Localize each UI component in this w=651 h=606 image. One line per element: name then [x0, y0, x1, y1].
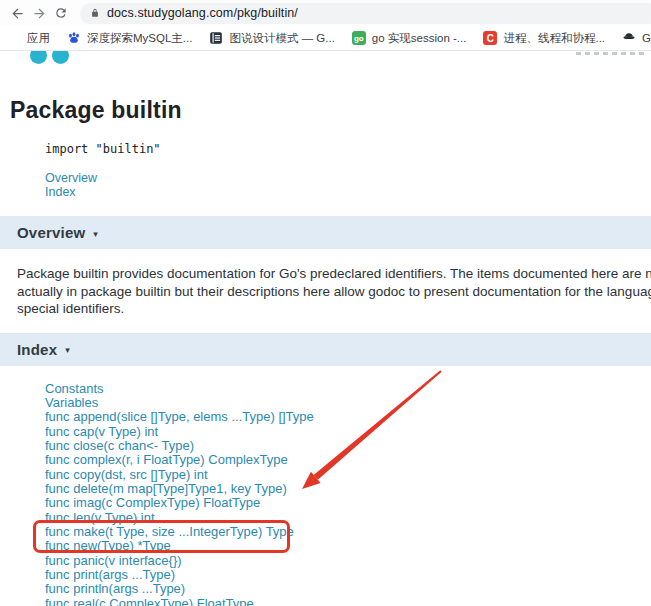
index-link-make[interactable]: func make(t Type, size ...IntegerType) T…: [45, 525, 651, 539]
forward-button[interactable]: [28, 2, 50, 24]
paragraph-line: Package builtin provides documentation f…: [17, 265, 651, 283]
bookmark-label: Go/Golang 框架: [642, 31, 651, 46]
bookmark-csdn[interactable]: C 进程、线程和协程...: [483, 31, 605, 46]
bookmark-label: 深度探索MySQL主...: [87, 31, 192, 46]
index-link-real[interactable]: func real(c ComplexType) FloatType: [45, 597, 651, 606]
clipped-header-text-fragment: [576, 52, 648, 55]
chevron-down-icon: ▾: [65, 345, 70, 355]
baidu-paw-icon: [67, 31, 81, 45]
address-bar[interactable]: docs.studygolang.com/pkg/builtin/: [80, 3, 651, 24]
index-link-variables[interactable]: Variables: [45, 396, 651, 410]
forward-arrow-icon: [32, 6, 47, 21]
index-link-imag[interactable]: func imag(c ComplexType) FloatType: [45, 496, 651, 510]
bookmark-label: 进程、线程和协程...: [503, 31, 605, 46]
index-link-panic[interactable]: func panic(v interface{}): [45, 554, 651, 568]
dark-hat-icon: [622, 31, 636, 45]
paragraph-line: special identifiers.: [17, 300, 651, 318]
back-button[interactable]: [6, 2, 28, 24]
overview-heading: Overview: [17, 224, 85, 241]
index-link-print[interactable]: func print(args ...Type): [45, 568, 651, 582]
bookmark-mysql[interactable]: 深度探索MySQL主...: [67, 31, 192, 46]
chevron-down-icon: ▾: [93, 229, 98, 239]
site-logo-partial-circle: [30, 51, 47, 64]
index-link-new[interactable]: func new(Type) *Type: [45, 539, 651, 553]
index-link-len[interactable]: func len(v Type) int: [45, 511, 651, 525]
index-link-append[interactable]: func append(slice []Type, elems ...Type)…: [45, 410, 651, 424]
lock-icon: [90, 7, 100, 19]
index-heading: Index: [17, 341, 57, 358]
index-section-header[interactable]: Index ▾: [0, 333, 651, 366]
back-arrow-icon: [10, 6, 25, 21]
index-link-delete[interactable]: func delete(m map[Type]Type1, key Type): [45, 482, 651, 496]
import-statement: import "builtin": [45, 143, 651, 155]
browser-toolbar: docs.studygolang.com/pkg/builtin/: [0, 0, 651, 26]
index-link-constants[interactable]: Constants: [45, 382, 651, 396]
bookmark-label: 应用: [27, 31, 50, 46]
reload-button[interactable]: [50, 2, 72, 24]
index-link-close[interactable]: func close(c chan<- Type): [45, 439, 651, 453]
index-link-cap[interactable]: func cap(v Type) int: [45, 425, 651, 439]
bookmarks-bar: 应用 深度探索MySQL主... 图说设计模式 — G... go: [0, 26, 651, 51]
overview-paragraph: Package builtin provides documentation f…: [17, 265, 651, 318]
site-logo-partial-circle: [52, 51, 69, 64]
dark-book-icon: [209, 31, 223, 45]
paragraph-line: actually in package builtin but their de…: [17, 283, 651, 301]
index-link-copy[interactable]: func copy(dst, src []Type) int: [45, 468, 651, 482]
url-text: docs.studygolang.com/pkg/builtin/: [107, 6, 298, 20]
index-link-println[interactable]: func println(args ...Type): [45, 582, 651, 596]
apps-grid-icon: [8, 32, 21, 45]
toc-link-index[interactable]: Index: [45, 185, 651, 199]
bookmark-apps[interactable]: 应用: [8, 31, 50, 46]
page-content: Package builtin import "builtin" Overvie…: [0, 51, 651, 606]
csdn-icon: C: [483, 31, 497, 45]
page-title: Package builtin: [10, 97, 651, 124]
bookmark-label: go 实现session -...: [372, 31, 467, 46]
bookmark-go-session[interactable]: go go 实现session -...: [352, 31, 467, 46]
table-of-contents: Overview Index: [45, 171, 651, 199]
go-green-icon: go: [352, 31, 366, 45]
toc-link-overview[interactable]: Overview: [45, 171, 651, 185]
bookmark-golang-framework[interactable]: Go/Golang 框架: [622, 31, 651, 46]
overview-section-header[interactable]: Overview ▾: [0, 216, 651, 249]
reload-icon: [54, 6, 68, 20]
bookmark-label: 图说设计模式 — G...: [229, 31, 334, 46]
index-list: Constants Variables func append(slice []…: [45, 382, 651, 606]
index-link-complex[interactable]: func complex(r, i FloatType) ComplexType: [45, 453, 651, 467]
bookmark-design-patterns[interactable]: 图说设计模式 — G...: [209, 31, 334, 46]
